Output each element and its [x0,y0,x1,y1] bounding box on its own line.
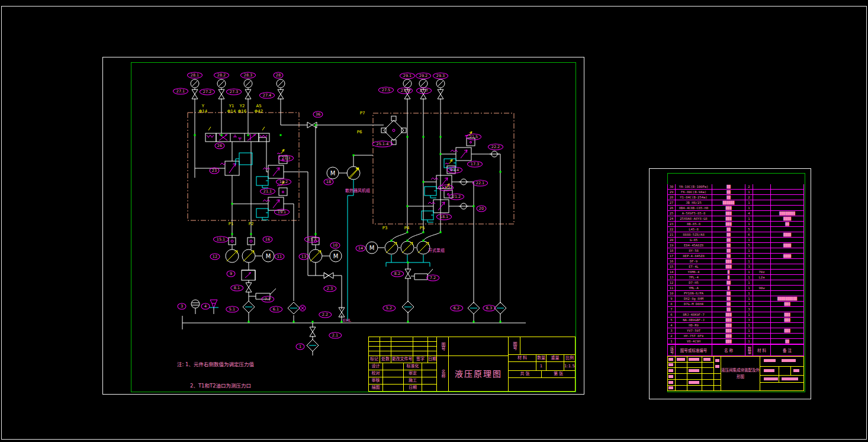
parts-cell-note [771,286,804,290]
parts-cell-model: PY18N-8/PA [676,291,712,296]
parts-cell-note [771,264,804,269]
parts-cell-qty: 1 [745,190,753,194]
parts-cell-no: 17 [667,254,676,258]
parts-row: 12D7-H5██1 [667,280,804,286]
balloon-2.3: 2.3 [323,286,336,292]
parts-cell-no: 3 [667,328,676,333]
port-label: P6 [357,130,362,134]
parts-cell-no: 2 [667,334,676,338]
drawing-title: 液压原理图 [448,355,509,392]
parts-row: 10PY18N-8/PA██1 [667,291,804,296]
parts-cell-qty: 3 [745,264,753,269]
parts-header-note: 备 注 [771,345,804,355]
parts-cell-no: 18 [667,248,676,253]
titleblock-text-block [668,363,673,366]
parts-cell-qty: 6 [745,232,753,237]
parts-cell-no: 9 [667,296,676,301]
port-label: A5 [256,104,261,108]
parts-cell-model: Y1-84C(B-254a) [676,195,712,200]
balloon-7.1: 7.1 [261,296,274,303]
titleblock-text-block [677,358,685,361]
parts-cell-name: ███ [712,259,745,264]
parts-cell-name: ███ [712,216,745,221]
parts-row: 4HD-R9███1 [667,323,804,328]
group-label: 散热器风机组 [345,189,370,193]
parts-cell-name: ██ [712,302,745,306]
titleblock-text-block [689,369,699,372]
parts-cell-no: 15 [667,264,676,269]
parts-cell-no: 4 [667,323,676,328]
titleblock-text-block [668,358,673,361]
parts-cell-name: ██ [712,232,745,237]
parts-cell-mat: L2a [753,275,771,280]
parts-cell-note [771,307,804,312]
parts-list: 30YA-10C(B-100Pa)██229F6-80C(B-94a)██128… [667,184,804,356]
manifold-boundaries [188,113,514,224]
cad-canvas: M [0,0,868,442]
parts-header-mat: 材 料 [753,345,771,355]
titleblock-text-block [764,359,776,362]
parts-cell-model: 8EP-4-845Z8 [676,254,712,258]
parts-cell-no: 20 [667,238,676,242]
titleblock-text-block [715,365,719,368]
scale-value: 1:1.5 [564,361,576,371]
parts-cell-note [771,200,804,205]
balloon-21.2: 21.2 [449,194,464,200]
titleblock-text-block [764,377,778,380]
drawing-no-label: 图号 [436,337,449,356]
balloon-12: 12 [210,254,220,260]
balloon-29.2: 29.2 [416,73,431,79]
parts-cell-name: ██ [712,280,745,285]
parts-cell-qty: 2 [745,195,753,200]
parts-cell-model: A-5X9F5-85-8 [676,211,712,216]
parts-cell-qty: 1 [745,328,753,333]
parts-cell-note: ███ [771,318,804,322]
balloon-29.3: 29.3 [433,73,448,79]
row-trace: 描图 [368,384,383,392]
parts-cell-qty: 1 [745,238,753,242]
port-label: P3 [382,226,388,230]
parts-cell-qty: 1 [745,339,753,344]
port-label: P5 [420,226,425,230]
parts-cell-mat [753,184,771,189]
parts-cell-note: ████████ [771,211,804,216]
balloon-27.7: 27.7 [416,88,432,94]
parts-cell-mat [753,259,771,264]
parts-header-name: 名 称 [712,345,745,355]
compound-relief-valves [256,132,475,222]
note-line-1: 注: 1、元件右侧数值为调定压力值 [177,361,254,368]
parts-cell-qty: 4 [745,211,753,216]
balloon-27.3: 27.3 [226,89,242,95]
balloon-15.3: 15.3 [304,236,320,243]
right-sheet-title: 液压阀集成块装配及外形图 [721,356,760,391]
parts-cell-note: ██████████ [771,296,804,301]
parts-cell-name: ███ [712,318,745,322]
parts-cell-name: ██ [712,248,745,253]
parts-cell-model: D7-H5 [676,280,712,285]
name-label: 名称 [436,355,449,392]
parts-header-model: 图号或标准编号 [676,345,712,355]
parts-cell-note: ██ [771,222,804,226]
parts-cell-no: 24 [667,216,676,221]
parts-cell-qty: 3 [745,334,753,338]
parts-cell-note [771,238,804,242]
parts-cell-mat [753,318,771,322]
shutoff-valves [192,89,443,337]
parts-cell-mat [753,232,771,237]
balloon-21.1: 21.1 [260,188,275,195]
parts-cell-mat [753,248,771,253]
parts-cell-model: JB H8/25 [676,200,712,205]
balloon-2.1: 2.1 [329,332,342,339]
parts-cell-model: E84-45A8Z8 [676,243,712,248]
parts-cell-no: 11 [667,286,676,290]
open-circuit-pumps [366,241,430,254]
parts-cell-name: ███ [712,328,745,333]
parts-cell-mat [753,243,771,248]
balloon-16: 16 [263,236,273,243]
balloon-28: 28 [274,72,284,79]
balloon-28.2: 28.2 [214,72,229,79]
titleblock-text-block [715,359,719,362]
parts-cell-model: V8-4C9H [676,339,712,344]
parts-cell-mat [753,200,771,205]
parts-cell-mat [753,339,771,344]
